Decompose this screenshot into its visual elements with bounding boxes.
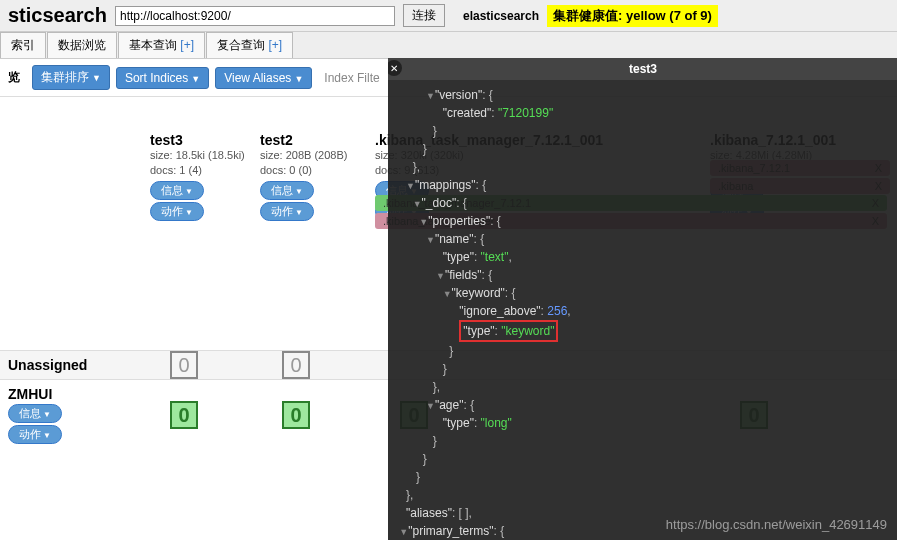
shard-box-primary[interactable]: 0	[282, 401, 310, 429]
sort-indices-button[interactable]: Sort Indices▼	[116, 67, 209, 89]
info-button[interactable]: 信息▼	[260, 181, 314, 200]
shard-box[interactable]: 0	[282, 351, 310, 379]
highlighted-type: "type": "keyword"	[459, 320, 558, 342]
node-unassigned: Unassigned	[8, 357, 143, 373]
info-button[interactable]: 信息▼	[8, 404, 62, 423]
sort-cluster-button[interactable]: 集群排序▼	[32, 65, 110, 90]
action-button[interactable]: 动作▼	[150, 202, 204, 221]
tab-bar: 索引 数据浏览 基本查询 [+] 复合查询 [+]	[0, 32, 897, 59]
watermark: https://blog.csdn.net/weixin_42691149	[666, 517, 887, 532]
tab-compound-query[interactable]: 复合查询 [+]	[206, 32, 293, 58]
cluster-url-input[interactable]	[115, 6, 395, 26]
chevron-down-icon: ▼	[92, 73, 101, 83]
node-name: ZMHUI	[8, 386, 143, 402]
overview-label: 览	[8, 69, 20, 86]
view-aliases-button[interactable]: View Aliases▼	[215, 67, 312, 89]
action-button[interactable]: 动作▼	[260, 202, 314, 221]
chevron-down-icon: ▼	[294, 74, 303, 84]
action-button[interactable]: 动作▼	[8, 425, 62, 444]
tab-indices[interactable]: 索引	[0, 32, 46, 58]
shard-box[interactable]: 0	[170, 351, 198, 379]
info-button[interactable]: 信息▼	[150, 181, 204, 200]
shard-box-primary[interactable]: 0	[170, 401, 198, 429]
app-logo: sticsearch	[8, 4, 107, 27]
json-overlay: ✕ test3 ▼"version": { "created": "712019…	[388, 58, 897, 540]
json-tree[interactable]: ▼"version": { "created": "7120199" } } }…	[388, 80, 897, 540]
cluster-name: elasticsearch	[463, 9, 539, 23]
connect-button[interactable]: 连接	[403, 4, 445, 27]
cluster-health-badge: 集群健康值: yellow (7 of 9)	[547, 5, 718, 27]
tab-browse[interactable]: 数据浏览	[47, 32, 117, 58]
index-filter-label: Index Filte	[324, 71, 379, 85]
tab-basic-query[interactable]: 基本查询 [+]	[118, 32, 205, 58]
overlay-title: test3	[629, 62, 657, 76]
chevron-down-icon: ▼	[191, 74, 200, 84]
header-bar: sticsearch 连接 elasticsearch 集群健康值: yello…	[0, 0, 897, 32]
